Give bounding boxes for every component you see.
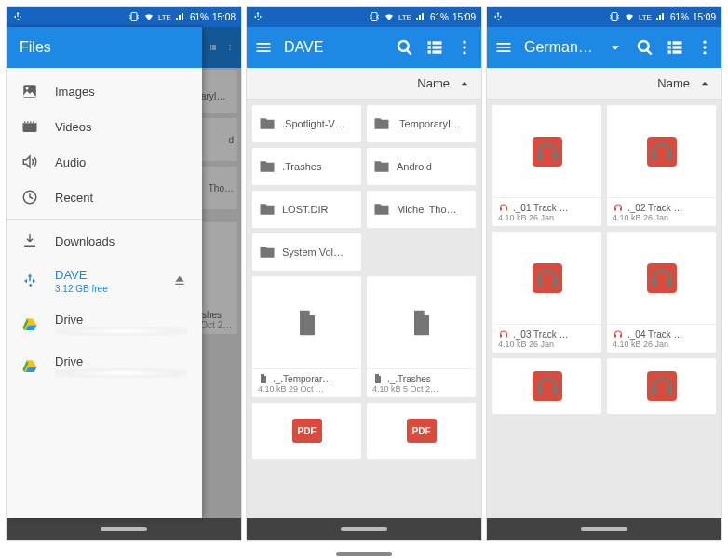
- image-icon: [21, 83, 38, 100]
- folder-android[interactable]: Android: [367, 148, 476, 185]
- gdrive-icon: [21, 358, 38, 375]
- gdrive-icon: [21, 316, 38, 333]
- track-03[interactable]: ._03 Track …4.10 kB 26 Jan: [492, 232, 601, 353]
- drawer-item-drive-1[interactable]: Drive: [7, 303, 202, 345]
- android-navbar[interactable]: [7, 518, 241, 540]
- drawer-item-downloads[interactable]: Downloads: [7, 223, 202, 259]
- drawer-item-audio[interactable]: Audio: [7, 144, 202, 180]
- file-temporary[interactable]: ._.Temporar…4.10 kB 29 Oct …: [252, 276, 361, 397]
- sort-asc-icon: [457, 76, 472, 91]
- vibrate-icon: [609, 11, 620, 22]
- outer-nav-pill: [0, 547, 728, 560]
- file-pdf-2[interactable]: PDF: [367, 403, 476, 459]
- sort-asc-icon: [697, 76, 712, 91]
- file-icon: [407, 308, 437, 338]
- dropdown-icon[interactable]: [606, 38, 625, 57]
- app-title: German W…: [524, 39, 595, 56]
- drawer-title: Files: [7, 27, 202, 68]
- usb-icon: [252, 11, 263, 22]
- usb-icon: [21, 273, 38, 289]
- recent-icon: [21, 189, 38, 206]
- phone-2-dave-listing: LTE 61% 15:09 DAVE Name .Spotlight-V… .T…: [246, 6, 482, 541]
- sort-header[interactable]: Name: [487, 68, 721, 100]
- folder-icon: [372, 157, 391, 176]
- headphones-icon: [533, 137, 562, 167]
- eject-icon[interactable]: [172, 273, 187, 288]
- file-trashes[interactable]: ._.Trashes4.10 kB 5 Oct 2…: [367, 276, 476, 397]
- drawer-item-drive-2[interactable]: Drive: [7, 345, 202, 387]
- usb-icon: [492, 11, 504, 22]
- track-06[interactable]: [607, 358, 716, 414]
- vibrate-icon: [369, 11, 380, 22]
- view-list-icon[interactable]: [666, 38, 684, 57]
- folder-icon: [372, 114, 391, 133]
- file-pdf-1[interactable]: PDF: [252, 403, 361, 459]
- drawer-item-usb-dave[interactable]: DAVE 3.12 GB free: [7, 259, 202, 303]
- vibrate-icon: [128, 11, 140, 22]
- nav-drawer: Files Images Videos Audio: [7, 27, 202, 518]
- signal-icon: [175, 11, 186, 22]
- folder-lostdir[interactable]: LOST.DIR: [252, 191, 361, 228]
- folder-temporary[interactable]: .TemporaryI…: [367, 105, 476, 142]
- file-icon: [292, 308, 322, 338]
- wifi-icon: [624, 11, 635, 22]
- pdf-icon: PDF: [407, 419, 437, 443]
- usb-icon: [12, 11, 23, 22]
- folder-spotlight[interactable]: .Spotlight-V…: [252, 105, 361, 142]
- folder-icon: [258, 243, 276, 261]
- headphones-icon: [533, 371, 562, 401]
- android-navbar[interactable]: [247, 518, 481, 540]
- download-icon: [21, 233, 38, 249]
- video-icon: [21, 118, 38, 135]
- folder-icon: [258, 114, 276, 133]
- headphones-icon: [647, 371, 677, 401]
- more-icon[interactable]: [695, 38, 714, 57]
- status-bar: LTE 61% 15:08: [7, 7, 241, 27]
- headphones-icon: [647, 263, 677, 293]
- track-02[interactable]: ._02 Track …4.10 kB 26 Jan: [607, 105, 716, 226]
- folder-systemvol[interactable]: System Vol…: [252, 233, 361, 271]
- folder-trashes[interactable]: .Trashes: [252, 148, 361, 185]
- pdf-icon: PDF: [292, 419, 322, 443]
- app-bar: DAVE: [247, 27, 481, 68]
- menu-icon[interactable]: [494, 38, 513, 57]
- folder-icon: [258, 200, 276, 219]
- battery-pct: 61%: [190, 12, 209, 22]
- wifi-icon: [384, 11, 395, 22]
- clock: 15:08: [212, 12, 236, 22]
- folder-icon: [372, 200, 391, 219]
- folder-michel[interactable]: Michel Tho…: [367, 191, 476, 228]
- signal-icon: [415, 11, 426, 22]
- app-bar: German W…: [487, 27, 721, 68]
- app-title: DAVE: [284, 39, 384, 56]
- audio-icon: [21, 153, 38, 170]
- status-bar: LTE 61% 15:09: [247, 7, 481, 27]
- menu-icon[interactable]: [254, 38, 273, 57]
- signal-icon: [655, 11, 667, 22]
- phone-1-files-drawer: LTE 61% 15:08 e …oraryI… d Tho… …shes5 O…: [6, 6, 242, 541]
- drawer-item-images[interactable]: Images: [7, 73, 202, 109]
- headphones-icon: [533, 263, 562, 293]
- headphones-icon: [647, 137, 677, 167]
- folder-icon: [258, 157, 276, 176]
- search-icon[interactable]: [636, 38, 654, 57]
- drawer-item-videos[interactable]: Videos: [7, 109, 202, 144]
- more-icon[interactable]: [455, 38, 474, 57]
- status-bar: LTE 61% 15:09: [487, 7, 721, 27]
- phone-3-german-listing: LTE 61% 15:09 German W… Name ._01 Track …: [486, 6, 722, 541]
- sort-header[interactable]: Name: [247, 68, 481, 100]
- wifi-icon: [143, 11, 155, 22]
- track-04[interactable]: ._04 Track …4.10 kB 26 Jan: [607, 232, 716, 353]
- track-01[interactable]: ._01 Track …4.10 kB 26 Jan: [492, 105, 601, 226]
- android-navbar[interactable]: [487, 518, 721, 540]
- lte-label: LTE: [158, 13, 171, 21]
- track-05[interactable]: [492, 358, 601, 414]
- search-icon[interactable]: [396, 38, 414, 57]
- view-list-icon[interactable]: [425, 38, 444, 57]
- drawer-item-recent[interactable]: Recent: [7, 180, 202, 215]
